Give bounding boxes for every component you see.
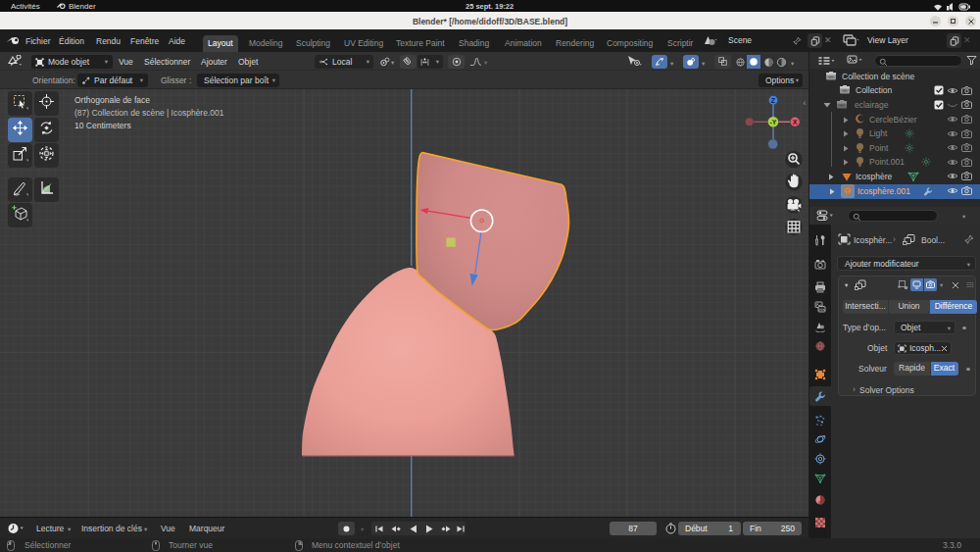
- svg-text:‹: ‹: [804, 98, 807, 108]
- svg-text:X: X: [793, 119, 798, 125]
- svg-text:-Y: -Y: [770, 119, 777, 125]
- svg-text:Z: Z: [771, 97, 776, 104]
